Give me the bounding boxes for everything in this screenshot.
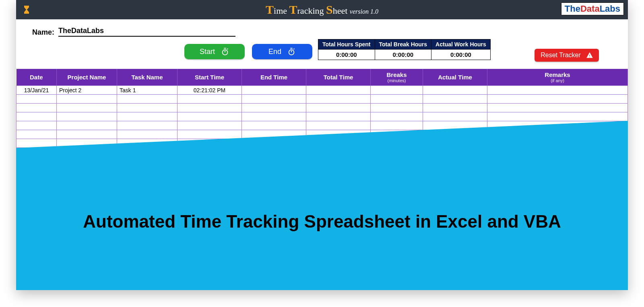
reset-button-label: Reset Tracker <box>541 52 581 59</box>
cell-empty[interactable] <box>17 95 57 104</box>
col-end: End Time <box>242 69 306 86</box>
cell-empty[interactable] <box>117 130 178 139</box>
cell-empty[interactable] <box>178 104 242 112</box>
cell-empty[interactable] <box>242 104 306 112</box>
cell-empty[interactable] <box>242 112 306 121</box>
cell-empty[interactable] <box>178 121 242 130</box>
cell-empty[interactable] <box>17 112 57 121</box>
table-row[interactable]: 13/Jan/21Project 2Task 102:21:02 PM <box>17 86 628 95</box>
grid-header-row: Date Project Name Task Name Start Time E… <box>17 69 628 86</box>
summary-value: 0:00:00 <box>375 50 431 60</box>
summary-header: Actual Work Hours <box>431 39 491 50</box>
cell-project[interactable]: Project 2 <box>57 86 117 95</box>
table-row[interactable] <box>17 112 628 121</box>
app-title: Time Tracking Sheet version 1.0 <box>16 3 628 17</box>
col-total: Total Time <box>306 69 371 86</box>
summary-value: 0:00:00 <box>431 50 491 60</box>
cell-empty[interactable] <box>57 130 117 139</box>
cell-empty[interactable] <box>117 121 178 130</box>
cell-empty[interactable] <box>423 112 487 121</box>
cell-empty[interactable] <box>487 95 628 104</box>
cell-empty[interactable] <box>178 95 242 104</box>
name-label: Name: <box>32 28 54 37</box>
cell-empty[interactable] <box>17 139 57 148</box>
table-row[interactable] <box>17 95 628 104</box>
col-project: Project Name <box>57 69 117 86</box>
app-header: Time Tracking Sheet version 1.0 TheDataL… <box>16 0 628 19</box>
cell-empty[interactable] <box>371 95 423 104</box>
cell-empty[interactable] <box>423 104 487 112</box>
cell-empty[interactable] <box>57 112 117 121</box>
cell-remarks[interactable] <box>487 86 628 95</box>
stopwatch-icon <box>221 47 229 56</box>
cell-empty[interactable] <box>306 112 371 121</box>
cell-empty[interactable] <box>117 112 178 121</box>
cell-empty[interactable] <box>306 121 371 130</box>
cell-empty[interactable] <box>117 95 178 104</box>
hourglass-icon <box>21 4 32 15</box>
cell-empty[interactable] <box>371 112 423 121</box>
summary-table: Total Hours Spent Total Break Hours Actu… <box>318 39 491 60</box>
col-start: Start Time <box>178 69 242 86</box>
end-button[interactable]: End <box>252 44 312 59</box>
col-task: Task Name <box>117 69 178 86</box>
summary-header: Total Break Hours <box>375 39 431 50</box>
cell-empty[interactable] <box>487 104 628 112</box>
brand-logo: TheDataLabs <box>561 2 624 15</box>
cell-empty[interactable] <box>178 130 242 139</box>
start-button[interactable]: Start <box>184 44 245 59</box>
cell-empty[interactable] <box>17 104 57 112</box>
cell-empty[interactable] <box>371 104 423 112</box>
cell-empty[interactable] <box>178 112 242 121</box>
cell-empty[interactable] <box>306 104 371 112</box>
cell-empty[interactable] <box>17 121 57 130</box>
cell-empty[interactable] <box>57 104 117 112</box>
cell-breaks[interactable] <box>371 86 423 95</box>
col-remarks: Remarks(if any) <box>487 69 628 86</box>
table-row[interactable] <box>17 104 628 112</box>
caption-overlay: Automated Time Tracking Spreadsheet in E… <box>16 121 628 290</box>
end-button-label: End <box>268 48 281 56</box>
cell-empty[interactable] <box>242 121 306 130</box>
cell-empty[interactable] <box>242 95 306 104</box>
cell-empty[interactable] <box>306 95 371 104</box>
cell-actual[interactable] <box>423 86 487 95</box>
summary-value: 0:00:00 <box>318 50 375 60</box>
col-date: Date <box>17 69 57 86</box>
start-button-label: Start <box>200 48 215 56</box>
cell-empty[interactable] <box>57 95 117 104</box>
cell-end[interactable] <box>242 86 306 95</box>
reset-tracker-button[interactable]: Reset Tracker <box>535 49 599 62</box>
cell-total[interactable] <box>306 86 371 95</box>
cell-date[interactable]: 13/Jan/21 <box>17 86 57 95</box>
caption-text: Automated Time Tracking Spreadsheet in E… <box>83 179 561 232</box>
cell-task[interactable]: Task 1 <box>117 86 178 95</box>
cell-empty[interactable] <box>423 95 487 104</box>
cell-empty[interactable] <box>117 104 178 112</box>
cell-empty[interactable] <box>17 130 57 139</box>
cell-start[interactable]: 02:21:02 PM <box>178 86 242 95</box>
col-actual: Actual Time <box>423 69 487 86</box>
cell-empty[interactable] <box>57 121 117 130</box>
warning-icon <box>586 52 593 58</box>
stopwatch-icon <box>287 47 296 56</box>
cell-empty[interactable] <box>487 112 628 121</box>
cell-empty[interactable] <box>371 121 423 130</box>
svg-point-2 <box>589 56 590 57</box>
name-field[interactable]: TheDataLabs <box>58 27 235 37</box>
col-breaks: Breaks(minutes) <box>371 69 423 86</box>
summary-header: Total Hours Spent <box>318 39 375 50</box>
